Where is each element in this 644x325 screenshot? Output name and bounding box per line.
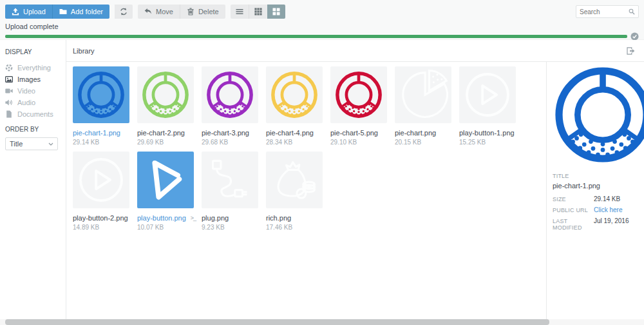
refresh-button-group	[115, 5, 133, 19]
top-band: Upload Add folder Move Del	[0, 0, 644, 40]
search-input[interactable]	[580, 8, 629, 15]
sidebar-item-label: Documents	[17, 110, 53, 118]
sidebar-item-audio[interactable]: Audio	[5, 97, 61, 108]
file-cell: plug.png 9.23 KB	[202, 152, 258, 231]
preview-donut-chart	[551, 63, 644, 166]
filter-list: Everything Images Video Audio Documents	[5, 62, 61, 120]
details-panel: TITLE pie-chart-1.png SIZE 29.14 KB PUBL…	[546, 62, 644, 319]
file-cell: pie-chart.png 20.15 KB	[395, 66, 451, 146]
trash-icon	[187, 8, 194, 15]
rich-ghost-icon	[269, 155, 319, 205]
upload-progress-bar	[5, 35, 627, 38]
file-name[interactable]: pie-chart-4.png	[266, 129, 323, 137]
detail-field-last-modified: LAST MODIFIED Jul 19, 2016	[553, 217, 638, 231]
refresh-icon	[120, 8, 128, 15]
file-tile-pie-chart-2-png[interactable]	[137, 66, 194, 123]
file-name[interactable]: pie-chart-5.png	[330, 129, 387, 137]
move-delete-button-group: Move Delete	[138, 5, 225, 19]
image-icon	[5, 75, 13, 83]
file-tile-play-button-1-png[interactable]	[459, 66, 516, 123]
horizontal-scrollbar[interactable]	[0, 319, 644, 325]
small-grid-view-button[interactable]	[249, 5, 267, 19]
file-tile-pie-chart-png[interactable]	[395, 66, 451, 123]
play-ghost-icon	[76, 155, 126, 205]
sidebar-item-label: Audio	[17, 99, 35, 106]
pie-ghost-icon	[398, 70, 448, 120]
file-name[interactable]: pie-chart.png	[395, 129, 451, 137]
file-cell: play-button-1.png 15.25 KB	[459, 66, 516, 146]
detail-field-public-url: PUBLIC URL Click here	[553, 206, 638, 213]
sidebar-item-documents[interactable]: Documents	[5, 108, 61, 120]
sign-out-icon[interactable]	[627, 47, 635, 55]
document-icon	[5, 110, 13, 118]
view-mode-button-group	[231, 5, 285, 19]
file-name[interactable]: play-button-1.png	[459, 129, 516, 137]
large-grid-icon	[272, 8, 280, 15]
file-tile-rich-png[interactable]	[266, 152, 323, 208]
delete-button[interactable]: Delete	[180, 5, 225, 19]
delete-button-label: Delete	[198, 8, 219, 15]
play-ghost-icon	[462, 70, 513, 120]
media-library-app: Upload Add folder Move Del	[0, 0, 644, 325]
sidebar-item-images[interactable]: Images	[5, 74, 61, 85]
order-by-select[interactable]: Title	[5, 137, 58, 150]
add-folder-button-label: Add folder	[71, 8, 103, 15]
move-button[interactable]: Move	[138, 5, 180, 19]
large-grid-view-button[interactable]	[267, 5, 285, 19]
sidebar-item-label: Images	[17, 75, 41, 83]
file-preview	[547, 62, 644, 168]
content-area: DISPLAY Everything Images Video Audio Do…	[0, 40, 644, 319]
donut-icon	[334, 70, 384, 120]
donut-icon	[76, 70, 126, 120]
plug-ghost-icon	[205, 155, 255, 205]
upload-button[interactable]: Upload	[5, 5, 52, 19]
order-by-value: Title	[10, 140, 23, 148]
file-name[interactable]: pie-chart-2.png	[137, 129, 194, 137]
detail-field-value: pie-chart-1.png	[553, 182, 638, 190]
file-size: 29.14 KB	[73, 139, 129, 146]
audio-icon	[5, 99, 13, 106]
file-tile-pie-chart-3-png[interactable]	[202, 66, 258, 123]
file-tile-plug-png[interactable]	[202, 152, 258, 208]
detail-field-label: SIZE	[553, 196, 594, 202]
file-tile-play-button-png[interactable]	[137, 152, 194, 208]
file-name[interactable]: play-button-2.png	[73, 214, 129, 222]
sidebar-item-video[interactable]: Video	[5, 85, 61, 97]
file-name[interactable]: pie-chart-3.png	[202, 129, 258, 137]
file-tile-pie-chart-4-png[interactable]	[266, 66, 323, 123]
scrollbar-thumb[interactable]	[5, 319, 549, 325]
file-tile-pie-chart-5-png[interactable]	[330, 66, 387, 123]
detail-field-label: LAST MODIFIED	[553, 218, 594, 231]
library-header: Library	[66, 40, 644, 62]
list-view-button[interactable]	[231, 5, 249, 19]
file-size: 20.15 KB	[395, 139, 451, 146]
refresh-button[interactable]	[115, 5, 133, 19]
file-cell: pie-chart-3.png 29.68 KB	[202, 66, 258, 146]
donut-icon	[140, 70, 191, 120]
file-name[interactable]: play-button.png>_	[137, 214, 194, 222]
play-solid-icon	[140, 155, 191, 205]
file-cell: play-button.png>_ 10.07 KB	[137, 152, 194, 231]
sidebar-item-everything[interactable]: Everything	[5, 62, 61, 74]
detail-field-value[interactable]: Click here	[594, 206, 622, 213]
file-tile-play-button-2-png[interactable]	[73, 152, 129, 208]
order-by-header: ORDER BY	[5, 126, 61, 133]
file-tile-pie-chart-1-png[interactable]	[73, 66, 129, 123]
file-name[interactable]: pie-chart-1.png	[73, 129, 129, 137]
file-cell: pie-chart-5.png 29.10 KB	[330, 66, 387, 146]
prompt-indicator: >_	[191, 215, 196, 221]
chevron-down-icon	[48, 143, 53, 146]
file-size: 29.69 KB	[137, 139, 194, 146]
file-name[interactable]: plug.png	[202, 214, 258, 222]
file-size: 29.10 KB	[330, 139, 387, 146]
library-panel: Library pie-chart-1.png 29.14 KB pie-cha…	[66, 40, 644, 319]
library-body: pie-chart-1.png 29.14 KB pie-chart-2.png…	[66, 62, 644, 319]
file-name[interactable]: rich.png	[266, 214, 323, 222]
everything-icon	[5, 64, 13, 72]
add-folder-button[interactable]: Add folder	[52, 5, 109, 19]
list-view-icon	[236, 8, 243, 15]
search-icon[interactable]	[629, 8, 635, 15]
file-cell: pie-chart-2.png 29.69 KB	[137, 66, 194, 146]
folder-icon	[59, 8, 67, 15]
move-arrow-icon	[144, 8, 152, 15]
